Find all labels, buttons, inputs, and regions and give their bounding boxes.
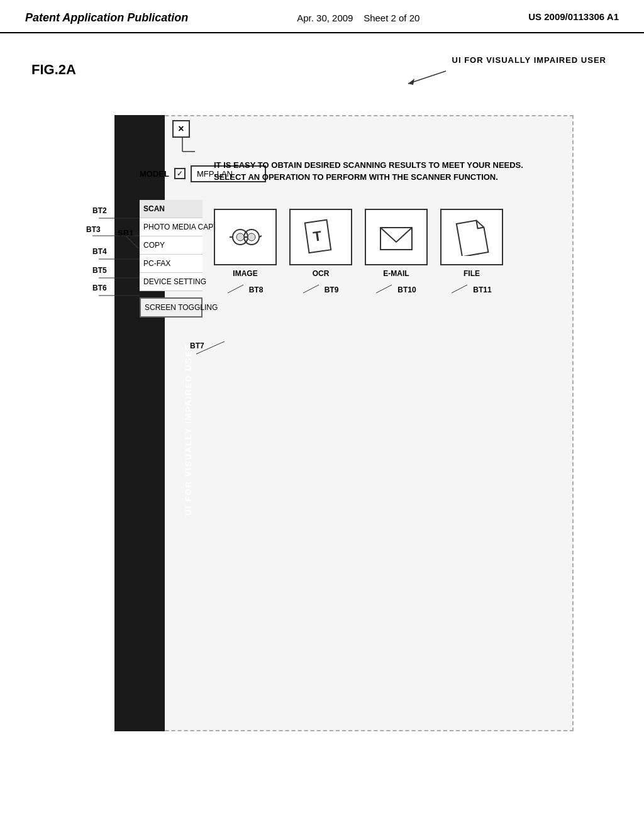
ui-label-arrow [402,65,452,90]
menu-item-photo[interactable]: PHOTO MEDIA CAPTURE [140,218,203,236]
menu-item-device[interactable]: DEVICE SETTING [140,273,203,291]
svg-point-17 [248,233,255,241]
ocr-icon: T [302,218,340,256]
ui-label: UI FOR VISUALLY IMPAIRED USER [452,55,606,65]
bt10-arrow [376,282,395,294]
ocr-button-label: OCR [313,269,330,278]
svg-line-21 [303,285,319,293]
bt11-arrow [452,282,470,294]
bt7-arrow [196,338,228,357]
menu-item-pcfax[interactable]: PC-FAX [140,255,203,273]
diagram-container: UI FOR VISUALLY IMPAIRED USER BT1 × SB1 … [52,115,592,775]
svg-point-16 [236,233,244,241]
menu-item-scan[interactable]: SCAN [140,200,203,218]
bt8-label: BT8 [249,285,264,294]
email-button-label: E-MAIL [383,269,409,278]
file-icon [453,218,491,256]
svg-line-10 [196,341,225,354]
ocr-scan-button[interactable]: T [289,209,352,265]
svg-line-18 [228,285,243,293]
bt9-arrow [303,282,322,294]
image-scan-button[interactable] [214,209,277,265]
bt10-label: BT10 [397,285,416,294]
bt11-label: BT11 [473,285,491,294]
left-menu: SCAN PHOTO MEDIA CAPTURE COPY PC-FAX DEV… [140,200,203,318]
desc-text-content: IT IS EASY TO OBTAIN DESIRED SCANNING RE… [214,160,523,182]
bt2-arrow [99,214,143,223]
header-date: Apr. 30, 2009 [297,13,353,23]
svg-marker-24 [457,219,489,255]
email-scan-button[interactable] [365,209,428,265]
email-icon [377,218,415,256]
file-button-container: FILE BT11 [440,209,503,294]
svg-line-23 [376,285,392,293]
bt9-label: BT9 [325,285,339,294]
bt8-arrow [228,282,247,294]
svg-rect-22 [380,228,412,250]
svg-marker-1 [408,79,414,85]
main-content: FIG.2A UI FOR VISUALLY IMPAIRED USER UI … [0,33,644,794]
publication-title: Patent Application Publication [25,11,188,25]
bt3-arrow [92,231,143,241]
screen-toggling-button[interactable]: SCREEN TOGGLING [140,297,203,318]
description-text: IT IS EASY TO OBTAIN DESIRED SCANNING RE… [208,153,560,190]
file-button-label: FILE [464,269,480,278]
header-date-sheet: Apr. 30, 2009 Sheet 2 of 20 [297,11,419,26]
bt4-arrow [99,255,143,264]
figure-label: FIG.2A [31,62,76,78]
patent-number: US 2009/0113306 A1 [528,11,619,22]
model-checkbox[interactable]: ✓ [174,168,186,179]
ocr-button-container: T OCR BT9 [289,209,352,294]
bt5-arrow [99,274,143,283]
email-button-container: E-MAIL BT10 [365,209,428,294]
image-button-container: IMAGE BT8 [214,209,277,294]
svg-line-25 [452,285,467,293]
model-label: MODEL [140,169,169,179]
bt6-arrow [99,291,143,301]
file-scan-button[interactable] [440,209,503,265]
menu-item-copy[interactable]: COPY [140,236,203,255]
image-icon [226,218,264,256]
scanner-buttons-grid: IMAGE BT8 T [214,209,560,294]
image-button-label: IMAGE [233,269,257,278]
page-header: Patent Application Publication Apr. 30, … [0,0,644,33]
close-button[interactable]: × [172,120,190,138]
header-sheet: Sheet 2 of 20 [364,13,419,23]
right-content-panel: IT IS EASY TO OBTAIN DESIRED SCANNING RE… [208,153,560,294]
